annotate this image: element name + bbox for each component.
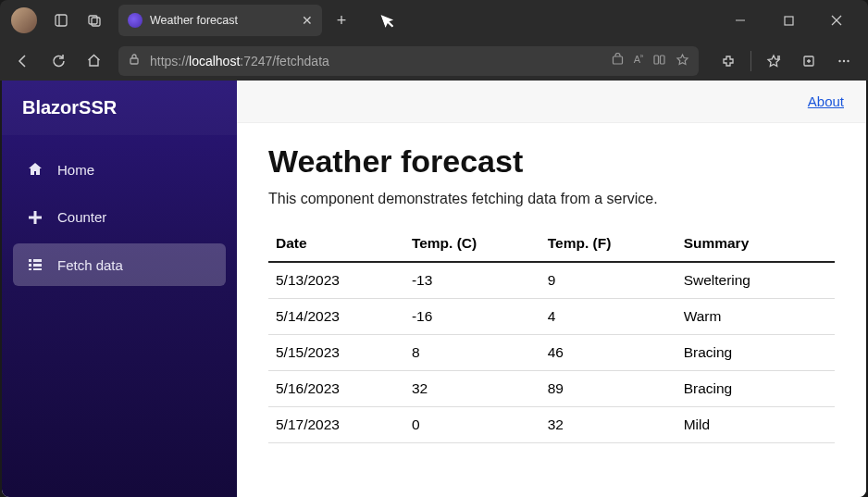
forecast-table: Date Temp. (C) Temp. (F) Summary 5/13/20… bbox=[268, 226, 835, 443]
main: Weather forecast This component demonstr… bbox=[237, 123, 866, 464]
collections-icon[interactable] bbox=[792, 45, 825, 77]
col-tempc: Temp. (C) bbox=[404, 226, 540, 262]
home-button[interactable] bbox=[78, 45, 109, 77]
cell-tempc: -13 bbox=[404, 262, 540, 299]
col-tempf: Temp. (F) bbox=[540, 226, 676, 262]
svg-rect-10 bbox=[661, 56, 665, 64]
cell-tempf: 4 bbox=[540, 299, 676, 335]
cell-summary: Warm bbox=[676, 299, 835, 335]
cell-date: 5/16/2023 bbox=[268, 371, 404, 407]
plus-icon bbox=[26, 210, 44, 225]
tab-close-icon[interactable]: ✕ bbox=[302, 13, 313, 28]
svg-point-16 bbox=[838, 59, 840, 61]
sidebar: BlazorSSR Home Counter Fetch data bbox=[2, 81, 237, 497]
divider bbox=[750, 51, 751, 71]
tab-actions-icon[interactable] bbox=[81, 7, 107, 33]
cell-date: 5/14/2023 bbox=[268, 299, 404, 335]
split-screen-icon[interactable] bbox=[652, 53, 666, 69]
cell-tempf: 89 bbox=[540, 371, 676, 407]
home-icon bbox=[26, 161, 44, 178]
address-actions: A» bbox=[611, 53, 689, 69]
cell-summary: Bracing bbox=[676, 335, 835, 371]
more-icon[interactable] bbox=[827, 45, 861, 77]
col-date: Date bbox=[268, 226, 404, 262]
maximize-button[interactable] bbox=[768, 6, 809, 34]
cell-summary: Mild bbox=[676, 407, 835, 443]
col-summary: Summary bbox=[676, 226, 835, 262]
nav: Home Counter Fetch data bbox=[2, 135, 237, 304]
sidebar-item-counter[interactable]: Counter bbox=[13, 196, 226, 238]
favorites-icon[interactable] bbox=[757, 45, 790, 77]
toolbar: https://localhost:7247/fetchdata A» bbox=[0, 41, 868, 81]
url-host: localhost bbox=[189, 54, 240, 68]
window-controls bbox=[720, 6, 857, 34]
extensions-icon[interactable] bbox=[712, 45, 745, 77]
cell-tempc: 0 bbox=[404, 407, 540, 443]
back-button[interactable] bbox=[7, 45, 39, 77]
list-icon bbox=[26, 256, 44, 273]
cell-summary: Bracing bbox=[676, 371, 835, 407]
workspaces-icon[interactable] bbox=[48, 7, 74, 33]
cell-tempc: 32 bbox=[404, 371, 540, 407]
sidebar-title: BlazorSSR bbox=[2, 81, 237, 135]
svg-rect-20 bbox=[29, 216, 42, 218]
page-description: This component demonstrates fetching dat… bbox=[268, 191, 835, 207]
nav-label: Home bbox=[57, 162, 94, 178]
table-header-row: Date Temp. (C) Temp. (F) Summary bbox=[268, 226, 835, 262]
about-link[interactable]: About bbox=[808, 93, 844, 109]
address-url: https://localhost:7247/fetchdata bbox=[150, 54, 329, 68]
address-bar[interactable]: https://localhost:7247/fetchdata A» bbox=[118, 46, 699, 76]
sidebar-item-fetch-data[interactable]: Fetch data bbox=[13, 243, 226, 286]
table-row: 5/14/2023-164Warm bbox=[268, 299, 835, 335]
nav-label: Counter bbox=[57, 209, 106, 225]
svg-rect-26 bbox=[33, 268, 42, 270]
url-scheme: https:// bbox=[150, 54, 189, 68]
favorite-icon[interactable] bbox=[676, 53, 689, 69]
page: BlazorSSR Home Counter Fetch data About … bbox=[2, 81, 866, 497]
cell-tempc: 8 bbox=[404, 335, 540, 371]
svg-rect-8 bbox=[613, 56, 622, 64]
nav-label: Fetch data bbox=[57, 257, 123, 273]
sidebar-item-home[interactable]: Home bbox=[13, 148, 226, 191]
read-aloud-icon[interactable]: A» bbox=[634, 53, 643, 69]
cell-date: 5/17/2023 bbox=[268, 407, 404, 443]
close-button[interactable] bbox=[816, 6, 857, 34]
cell-summary: Sweltering bbox=[676, 262, 835, 299]
cell-tempf: 46 bbox=[540, 335, 676, 371]
cell-tempc: -16 bbox=[404, 299, 540, 335]
svg-rect-22 bbox=[33, 259, 42, 262]
shopping-icon[interactable] bbox=[611, 53, 625, 69]
refresh-button[interactable] bbox=[43, 45, 74, 77]
new-tab-button[interactable]: + bbox=[328, 6, 355, 34]
content: About Weather forecast This component de… bbox=[237, 81, 866, 497]
svg-rect-23 bbox=[29, 264, 31, 267]
svg-rect-21 bbox=[29, 259, 31, 262]
cell-date: 5/15/2023 bbox=[268, 335, 404, 371]
svg-rect-4 bbox=[785, 17, 793, 25]
cell-date: 5/13/2023 bbox=[268, 262, 404, 299]
table-row: 5/16/20233289Bracing bbox=[268, 371, 835, 407]
svg-rect-0 bbox=[56, 15, 67, 26]
titlebar: Weather forecast ✕ + bbox=[0, 0, 868, 41]
url-path: :7247/fetchdata bbox=[240, 54, 329, 68]
lock-icon bbox=[128, 53, 141, 68]
chrome-actions bbox=[712, 45, 861, 77]
svg-point-18 bbox=[847, 59, 849, 61]
cursor-icon bbox=[380, 10, 398, 31]
svg-point-17 bbox=[843, 59, 845, 61]
page-title: Weather forecast bbox=[268, 143, 835, 180]
svg-rect-24 bbox=[33, 264, 42, 267]
svg-rect-9 bbox=[654, 56, 659, 64]
table-row: 5/15/2023846Bracing bbox=[268, 335, 835, 371]
profile-avatar[interactable] bbox=[11, 7, 37, 33]
tab-favicon-icon bbox=[128, 13, 143, 28]
table-row: 5/13/2023-139Sweltering bbox=[268, 262, 835, 299]
cell-tempf: 32 bbox=[540, 407, 676, 443]
browser-tab[interactable]: Weather forecast ✕ bbox=[118, 5, 322, 36]
browser-chrome: Weather forecast ✕ + https://localhost:7… bbox=[0, 0, 868, 81]
tab-title: Weather forecast bbox=[150, 14, 294, 27]
top-row: About bbox=[237, 81, 866, 123]
cell-tempf: 9 bbox=[540, 262, 676, 299]
minimize-button[interactable] bbox=[720, 6, 761, 34]
table-row: 5/17/2023032Mild bbox=[268, 407, 835, 443]
